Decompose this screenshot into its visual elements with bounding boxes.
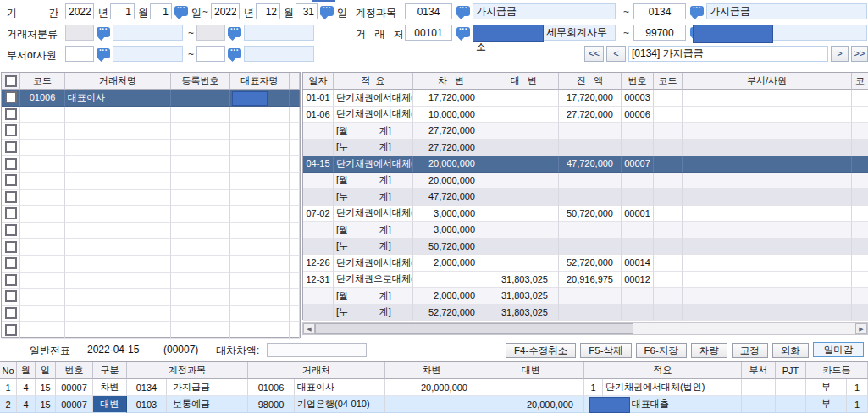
row-checkbox-cell[interactable] xyxy=(2,140,20,157)
lookup-icon[interactable] xyxy=(97,27,110,37)
period-to-day-input[interactable] xyxy=(296,3,318,19)
row-checkbox-cell[interactable] xyxy=(2,322,20,339)
customer-class-to-name-field[interactable] xyxy=(244,25,314,41)
nav-next-button[interactable]: > xyxy=(831,46,849,62)
ledger-row[interactable]: [월 계]20,000,000 xyxy=(303,173,868,190)
checkbox-icon[interactable] xyxy=(5,141,17,153)
checkbox-icon[interactable] xyxy=(5,290,17,302)
scroll-right-icon[interactable]: ▶ xyxy=(855,323,867,334)
row-checkbox-cell[interactable] xyxy=(2,273,20,289)
checkbox-icon[interactable] xyxy=(5,124,17,136)
row-checkbox-cell[interactable] xyxy=(2,90,20,107)
customer-row[interactable] xyxy=(2,140,300,157)
row-checkbox-cell[interactable] xyxy=(2,289,20,306)
account-from-name-field[interactable] xyxy=(473,3,616,19)
row-checkbox-cell[interactable] xyxy=(2,190,20,206)
customer-row[interactable] xyxy=(2,206,300,223)
ledger-row[interactable]: [월 계]2,000,00031,803,025 xyxy=(303,288,868,305)
period-to-year-input[interactable] xyxy=(211,3,240,19)
ledger-row[interactable]: [누 계]47,720,000 xyxy=(303,189,868,206)
row-checkbox-cell[interactable] xyxy=(2,156,20,173)
row-checkbox-cell[interactable] xyxy=(2,206,20,223)
period-from-day-input[interactable] xyxy=(150,3,172,19)
row-checkbox-cell[interactable] xyxy=(2,173,20,190)
voucher-row[interactable]: 141500007차변0134가지급금01006대표이사20,000,0001단… xyxy=(0,379,868,396)
lookup-icon[interactable] xyxy=(97,48,110,58)
ledger-row[interactable]: 01-06단기채권에서대체(법인10,000,00027,720,0000000… xyxy=(303,107,868,124)
scrollbar-thumb[interactable] xyxy=(315,323,633,334)
customer-class-from-code-input[interactable] xyxy=(65,25,94,41)
vehicle-button[interactable]: 차량 xyxy=(691,343,727,358)
row-checkbox-cell[interactable] xyxy=(2,123,20,140)
customer-row[interactable] xyxy=(2,322,300,339)
ledger-row[interactable]: [누 계]50,720,000 xyxy=(303,239,868,256)
checkbox-icon[interactable] xyxy=(5,158,17,170)
scroll-left-icon[interactable]: ◀ xyxy=(303,323,315,334)
customer-to-code-input[interactable] xyxy=(633,25,686,41)
row-checkbox-cell[interactable] xyxy=(2,107,20,124)
nav-first-button[interactable]: << xyxy=(584,46,604,62)
checkbox-icon[interactable] xyxy=(5,207,17,219)
customer-row[interactable] xyxy=(2,239,300,256)
row-checkbox-cell[interactable] xyxy=(2,306,20,322)
voucher-row[interactable]: 241500007대변0103보통예금98000기업은행(04-010)20,0… xyxy=(0,396,868,413)
ledger-row[interactable]: 07-02단기채권에서대체(법인3,000,00050,720,00000001 xyxy=(303,206,868,223)
lookup-icon[interactable] xyxy=(456,27,470,37)
lookup-icon[interactable] xyxy=(174,6,188,16)
checkbox-icon[interactable] xyxy=(5,108,17,120)
customer-row[interactable] xyxy=(2,306,300,322)
forex-button[interactable]: 외화 xyxy=(772,343,809,358)
row-checkbox-cell[interactable] xyxy=(2,223,20,240)
account-from-code-input[interactable] xyxy=(405,3,452,19)
customer-row[interactable] xyxy=(2,223,300,240)
ledger-row[interactable]: 01-01단기채권에서대체(법인17,720,00017,720,0000000… xyxy=(303,90,868,107)
ledger-row[interactable]: 12-26단기채권에서대체(법인2,000,00052,720,00000014 xyxy=(303,255,868,272)
fixed-button[interactable]: 고정 xyxy=(732,343,768,358)
customer-row[interactable] xyxy=(2,190,300,206)
customer-row[interactable] xyxy=(2,256,300,273)
period-from-month-input[interactable] xyxy=(110,3,135,19)
lookup-icon[interactable] xyxy=(228,48,241,58)
ledger-row[interactable]: [누 계]27,720,000 xyxy=(303,140,868,157)
row-checkbox-cell[interactable] xyxy=(2,239,20,256)
customer-row[interactable] xyxy=(2,273,300,289)
ledger-row[interactable]: [월 계]27,720,000 xyxy=(303,123,868,140)
nav-prev-button[interactable]: < xyxy=(606,46,626,62)
period-from-year-input[interactable] xyxy=(65,3,94,19)
balance-diff-input[interactable] xyxy=(267,343,367,357)
customer-row[interactable] xyxy=(2,156,300,173)
day-close-button[interactable]: 일마감 xyxy=(813,342,864,357)
checkbox-icon[interactable] xyxy=(5,307,17,319)
lookup-icon[interactable] xyxy=(228,27,241,37)
checkbox-icon[interactable] xyxy=(5,191,17,203)
customer-row[interactable] xyxy=(2,107,300,124)
lookup-icon[interactable] xyxy=(690,6,704,16)
type-cell[interactable]: 대변 xyxy=(93,396,127,413)
ledger-row[interactable]: 12-31단기채권으로대체(법인31,803,02520,916,9750001… xyxy=(303,272,868,289)
nav-current-account-field[interactable] xyxy=(628,46,828,62)
checkbox-icon[interactable] xyxy=(5,324,17,336)
dept-to-code-input[interactable] xyxy=(196,46,225,62)
checkbox-icon[interactable] xyxy=(5,75,17,87)
lookup-icon[interactable] xyxy=(320,6,334,16)
nav-last-button[interactable]: >> xyxy=(851,46,868,62)
customer-row[interactable]: 01006대표이사 xyxy=(2,90,300,107)
dept-to-name-field[interactable] xyxy=(244,46,314,62)
checkbox-icon[interactable] xyxy=(5,274,17,286)
account-to-code-input[interactable] xyxy=(633,3,686,19)
checkbox-icon[interactable] xyxy=(5,174,17,186)
f4-undo-button[interactable]: F4-수정취소 xyxy=(506,343,576,358)
checkbox-icon[interactable] xyxy=(5,257,17,269)
customer-class-from-name-field[interactable] xyxy=(113,25,183,41)
type-cell[interactable]: 차변 xyxy=(93,379,127,396)
ledger-row[interactable]: [누 계]52,720,00031,803,025 xyxy=(303,305,868,322)
ledger-row[interactable]: [월 계]3,000,000 xyxy=(303,222,868,239)
customer-from-code-input[interactable] xyxy=(405,25,452,41)
checkbox-icon[interactable] xyxy=(5,224,17,236)
customer-row[interactable] xyxy=(2,289,300,306)
customer-class-to-code-input[interactable] xyxy=(196,25,225,41)
ledger-row[interactable]: 04-15단기채권에서대체(법인20,000,00047,720,0000000… xyxy=(303,156,868,173)
f5-delete-button[interactable]: F5-삭제 xyxy=(580,343,631,358)
account-to-name-field[interactable] xyxy=(706,3,867,19)
checkbox-icon[interactable] xyxy=(5,91,17,103)
